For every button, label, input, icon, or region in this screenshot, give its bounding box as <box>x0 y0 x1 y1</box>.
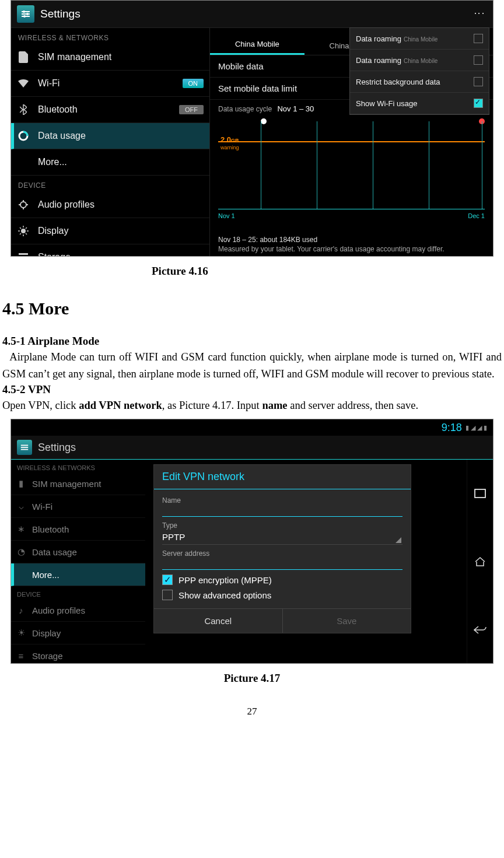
sidebar-item-storage[interactable]: Storage <box>11 244 209 257</box>
display-icon <box>17 225 30 237</box>
tab-carrier-1[interactable]: China Mobile <box>210 40 304 55</box>
checkbox-icon[interactable] <box>474 55 483 65</box>
sidebar-item-data-usage[interactable]: ◔Data usage <box>11 541 145 563</box>
sidebar-item-sim[interactable]: ▮SIM management <box>11 472 145 495</box>
field-label-name: Name <box>162 496 402 505</box>
menu-item-roaming-2[interactable]: Data roamingChina Mobile <box>350 50 489 71</box>
wifi-icon <box>17 77 30 90</box>
sidebar-item-bluetooth[interactable]: ∗Bluetooth <box>11 518 145 541</box>
svg-point-4 <box>26 13 29 15</box>
usage-disclaimer: Measured by your tablet. Your carrier's … <box>218 245 485 253</box>
checkbox-icon[interactable] <box>474 99 483 108</box>
sim-icon <box>17 51 30 64</box>
sidebar-label: More... <box>38 157 67 167</box>
sidebar-label: SIM management <box>38 52 111 62</box>
sidebar-label: Data usage <box>38 131 86 141</box>
audio-icon: ♪ <box>16 605 26 615</box>
menu-label: Show Wi-Fi usage <box>356 99 417 108</box>
checkbox-show-advanced[interactable]: Show advanced options <box>162 587 402 603</box>
checkbox-label: PPP encryption (MPPE) <box>178 575 272 585</box>
svg-rect-10 <box>19 256 28 257</box>
svg-rect-13 <box>21 447 28 448</box>
dialog-buttons: Cancel Save <box>154 608 411 633</box>
checkbox-icon[interactable]: ✓ <box>162 575 173 585</box>
group-wireless: WIRELESS & NETWORKS <box>11 28 209 44</box>
app-title: Settings <box>40 8 80 20</box>
sidebar-item-audio[interactable]: Audio profiles <box>11 192 209 218</box>
sidebar-item-more[interactable]: More... <box>11 563 145 586</box>
field-label-server: Server address <box>162 549 402 558</box>
sidebar-item-data-usage[interactable]: Data usage <box>11 123 209 149</box>
menu-item-restrict-bg[interactable]: Restrict background data <box>350 71 489 93</box>
cancel-button[interactable]: Cancel <box>154 609 282 633</box>
sidebar-item-display[interactable]: ☀Display <box>11 622 145 645</box>
svg-rect-14 <box>21 449 28 450</box>
dialog-title: Edit VPN network <box>154 465 411 489</box>
svg-rect-16 <box>475 489 485 498</box>
sidebar-item-bluetooth[interactable]: Bluetooth OFF <box>11 97 209 123</box>
sidebar-label: Storage <box>32 651 63 661</box>
system-navbar <box>467 460 493 664</box>
wifi-icon: ⌵ <box>16 501 26 512</box>
name-input[interactable] <box>162 505 402 517</box>
data-usage-chart[interactable]: 2.0GB warning Nov 1 Dec 1 <box>218 121 485 209</box>
label: Set mobile data limit <box>218 83 297 93</box>
menu-item-roaming-1[interactable]: Data roamingChina Mobile <box>350 28 489 50</box>
group-device: DEVICE <box>11 176 209 192</box>
overflow-menu-icon[interactable]: ⋮ <box>474 8 485 20</box>
sidebar-label: Audio profiles <box>38 199 94 210</box>
sidebar-item-display[interactable]: Display <box>11 218 209 244</box>
checkbox-icon[interactable] <box>474 34 483 43</box>
x-axis-start: Nov 1 <box>218 212 235 219</box>
sidebar-label: Bluetooth <box>32 524 69 534</box>
checkbox-icon[interactable] <box>474 77 483 86</box>
menu-label: Data roaming <box>356 56 401 65</box>
sidebar-item-sim[interactable]: SIM management <box>11 44 209 71</box>
settings-app-icon <box>17 440 32 455</box>
sidebar-item-audio[interactable]: ♪Audio profiles <box>11 599 145 622</box>
home-icon[interactable] <box>471 553 489 570</box>
sidebar-item-more[interactable]: More... <box>11 149 209 176</box>
checkbox-label: Show advanced options <box>178 590 271 600</box>
page-number: 27 <box>0 706 504 717</box>
recent-apps-icon[interactable] <box>471 485 489 502</box>
checkbox-ppp-encryption[interactable]: ✓ PPP encryption (MPPE) <box>162 572 402 587</box>
menu-label: Data roaming <box>356 34 401 43</box>
sidebar-item-wifi[interactable]: ⌵Wi-Fi <box>11 495 145 518</box>
sidebar-item-storage[interactable]: ≡Storage <box>11 645 145 664</box>
server-input[interactable] <box>162 558 402 570</box>
section-heading: 4.5 More <box>2 299 504 318</box>
svg-rect-12 <box>21 445 28 446</box>
svg-point-8 <box>21 229 26 233</box>
menu-sublabel: China Mobile <box>404 36 438 43</box>
sidebar-label: Bluetooth <box>38 104 78 115</box>
figure-4-16: Settings ⋮ WIRELESS & NETWORKS SIM manag… <box>10 0 494 257</box>
field-label-type: Type <box>162 521 402 530</box>
sidebar-label: Display <box>38 226 68 236</box>
signal-icons: ▮ ◢ ◢ ▮ <box>466 424 487 432</box>
bt-toggle-off[interactable]: OFF <box>179 105 204 114</box>
sidebar-label: More... <box>32 570 60 580</box>
checkbox-icon[interactable] <box>162 590 173 600</box>
subsection-head-2: 4.5-2 VPN <box>2 383 502 396</box>
type-select[interactable]: PPTP <box>162 530 402 545</box>
storage-icon: ≡ <box>16 650 26 661</box>
data-usage-icon <box>17 129 30 142</box>
menu-label: Restrict background data <box>356 78 440 86</box>
menu-item-show-wifi[interactable]: Show Wi-Fi usage <box>350 93 489 114</box>
sidebar-item-wifi[interactable]: Wi-Fi ON <box>11 71 209 97</box>
sidebar-label: Wi-Fi <box>32 502 52 512</box>
wifi-toggle-on[interactable]: ON <box>183 79 204 88</box>
audio-icon <box>17 198 30 211</box>
figure-caption-2: Picture 4.17 <box>0 672 504 685</box>
back-icon[interactable] <box>471 621 489 639</box>
x-axis-end: Dec 1 <box>468 212 485 219</box>
blank-icon <box>17 156 30 169</box>
vpn-edit-dialog: Edit VPN network Name Type PPTP Server a… <box>153 464 411 633</box>
usage-footer: Nov 18 – 25: about 184KB used Measured b… <box>218 236 485 253</box>
app-topbar: Settings <box>11 436 493 460</box>
figure-4-17: 9:18 ▮ ◢ ◢ ▮ Settings WIRELESS & NETWORK… <box>10 419 494 664</box>
save-button[interactable]: Save <box>282 609 411 633</box>
paragraph-airplane: Airplane Mode can turn off WIFI and GSM … <box>2 349 502 382</box>
content-pane: Edit VPN network Name Type PPTP Server a… <box>145 460 467 664</box>
